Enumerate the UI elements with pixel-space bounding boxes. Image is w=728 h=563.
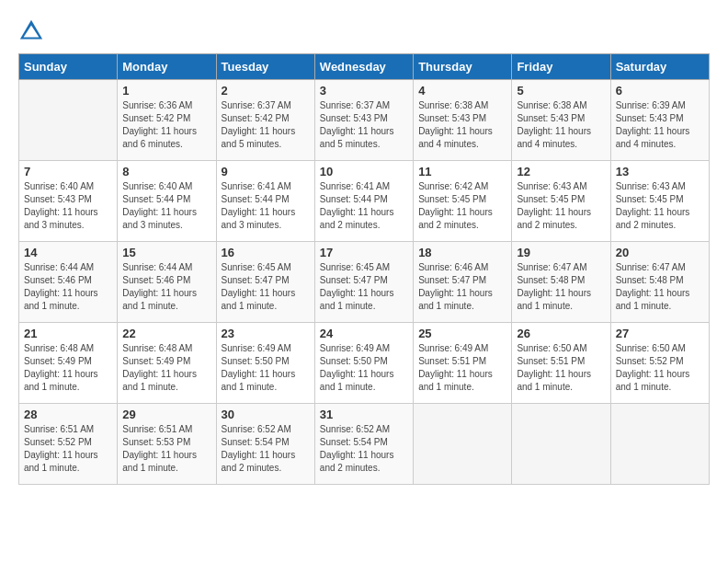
day-info: Sunrise: 6:40 AMSunset: 5:44 PMDaylight:…: [122, 180, 210, 232]
day-header-saturday: Saturday: [610, 54, 709, 80]
day-number: 30: [222, 408, 310, 421]
calendar-cell: 30Sunrise: 6:52 AMSunset: 5:54 PMDayligh…: [216, 404, 314, 485]
day-number: 16: [222, 246, 310, 259]
calendar-cell: 11Sunrise: 6:42 AMSunset: 5:45 PMDayligh…: [414, 161, 512, 242]
day-number: 15: [122, 246, 210, 259]
day-info: Sunrise: 6:47 AMSunset: 5:48 PMDaylight:…: [517, 261, 605, 313]
day-info: Sunrise: 6:49 AMSunset: 5:51 PMDaylight:…: [418, 342, 506, 394]
day-info: Sunrise: 6:44 AMSunset: 5:46 PMDaylight:…: [122, 261, 210, 313]
day-info: Sunrise: 6:45 AMSunset: 5:47 PMDaylight:…: [320, 261, 408, 313]
day-info: Sunrise: 6:51 AMSunset: 5:53 PMDaylight:…: [122, 423, 210, 475]
day-number: 19: [517, 246, 605, 259]
day-number: 6: [616, 84, 704, 98]
day-info: Sunrise: 6:46 AMSunset: 5:47 PMDaylight:…: [418, 261, 506, 313]
day-info: Sunrise: 6:47 AMSunset: 5:48 PMDaylight:…: [616, 261, 704, 313]
day-number: 20: [616, 246, 704, 259]
day-info: Sunrise: 6:38 AMSunset: 5:43 PMDaylight:…: [418, 99, 506, 151]
day-info: Sunrise: 6:50 AMSunset: 5:52 PMDaylight:…: [616, 342, 704, 394]
calendar-cell: 4Sunrise: 6:38 AMSunset: 5:43 PMDaylight…: [414, 80, 512, 161]
calendar-cell: 24Sunrise: 6:49 AMSunset: 5:50 PMDayligh…: [314, 323, 413, 404]
day-number: 14: [24, 246, 112, 259]
calendar-cell: 28Sunrise: 6:51 AMSunset: 5:52 PMDayligh…: [19, 404, 118, 485]
day-number: 12: [517, 165, 605, 178]
day-number: 18: [418, 246, 506, 259]
day-info: Sunrise: 6:44 AMSunset: 5:46 PMDaylight:…: [24, 261, 112, 313]
calendar-cell: 21Sunrise: 6:48 AMSunset: 5:49 PMDayligh…: [19, 323, 118, 404]
logo: [18, 18, 48, 44]
day-header-monday: Monday: [118, 54, 216, 80]
day-number: 28: [24, 408, 112, 421]
day-number: 26: [517, 327, 605, 340]
page-header: [18, 18, 710, 44]
day-info: Sunrise: 6:38 AMSunset: 5:43 PMDaylight:…: [517, 99, 605, 151]
calendar-cell: 1Sunrise: 6:36 AMSunset: 5:42 PMDaylight…: [118, 80, 216, 161]
day-header-wednesday: Wednesday: [314, 54, 413, 80]
day-number: 21: [24, 327, 112, 340]
day-header-friday: Friday: [512, 54, 610, 80]
day-header-thursday: Thursday: [414, 54, 512, 80]
day-number: 3: [320, 84, 408, 98]
day-number: 1: [122, 84, 210, 98]
calendar-cell: 27Sunrise: 6:50 AMSunset: 5:52 PMDayligh…: [610, 323, 709, 404]
calendar-cell: 5Sunrise: 6:38 AMSunset: 5:43 PMDaylight…: [512, 80, 610, 161]
day-header-sunday: Sunday: [19, 54, 118, 80]
day-number: 2: [222, 84, 310, 98]
day-header-tuesday: Tuesday: [216, 54, 314, 80]
calendar-cell: 3Sunrise: 6:37 AMSunset: 5:43 PMDaylight…: [314, 80, 413, 161]
day-number: 17: [320, 246, 408, 259]
day-number: 11: [418, 165, 506, 178]
calendar-cell: 7Sunrise: 6:40 AMSunset: 5:43 PMDaylight…: [19, 161, 118, 242]
day-number: 29: [122, 408, 210, 421]
day-number: 25: [418, 327, 506, 340]
day-number: 13: [616, 165, 704, 178]
day-info: Sunrise: 6:37 AMSunset: 5:43 PMDaylight:…: [320, 99, 408, 151]
day-info: Sunrise: 6:48 AMSunset: 5:49 PMDaylight:…: [24, 342, 112, 394]
calendar-cell: 19Sunrise: 6:47 AMSunset: 5:48 PMDayligh…: [512, 242, 610, 323]
day-number: 27: [616, 327, 704, 340]
day-info: Sunrise: 6:52 AMSunset: 5:54 PMDaylight:…: [320, 423, 408, 475]
day-info: Sunrise: 6:51 AMSunset: 5:52 PMDaylight:…: [24, 423, 112, 475]
day-number: 5: [517, 84, 605, 98]
day-number: 24: [320, 327, 408, 340]
calendar-cell: 26Sunrise: 6:50 AMSunset: 5:51 PMDayligh…: [512, 323, 610, 404]
day-info: Sunrise: 6:52 AMSunset: 5:54 PMDaylight:…: [222, 423, 310, 475]
calendar-cell: [512, 404, 610, 485]
day-number: 7: [24, 165, 112, 178]
calendar-cell: 10Sunrise: 6:41 AMSunset: 5:44 PMDayligh…: [314, 161, 413, 242]
calendar-cell: 23Sunrise: 6:49 AMSunset: 5:50 PMDayligh…: [216, 323, 314, 404]
day-number: 10: [320, 165, 408, 178]
day-info: Sunrise: 6:37 AMSunset: 5:42 PMDaylight:…: [222, 99, 310, 151]
day-number: 22: [122, 327, 210, 340]
calendar-cell: 6Sunrise: 6:39 AMSunset: 5:43 PMDaylight…: [610, 80, 709, 161]
calendar-cell: 15Sunrise: 6:44 AMSunset: 5:46 PMDayligh…: [118, 242, 216, 323]
day-info: Sunrise: 6:36 AMSunset: 5:42 PMDaylight:…: [122, 99, 210, 151]
calendar-cell: [19, 80, 118, 161]
calendar-cell: 29Sunrise: 6:51 AMSunset: 5:53 PMDayligh…: [118, 404, 216, 485]
day-number: 4: [418, 84, 506, 98]
calendar-cell: 14Sunrise: 6:44 AMSunset: 5:46 PMDayligh…: [19, 242, 118, 323]
day-info: Sunrise: 6:43 AMSunset: 5:45 PMDaylight:…: [517, 180, 605, 232]
day-number: 31: [320, 408, 408, 421]
calendar-cell: 9Sunrise: 6:41 AMSunset: 5:44 PMDaylight…: [216, 161, 314, 242]
calendar-cell: 13Sunrise: 6:43 AMSunset: 5:45 PMDayligh…: [610, 161, 709, 242]
calendar-cell: 31Sunrise: 6:52 AMSunset: 5:54 PMDayligh…: [314, 404, 413, 485]
day-info: Sunrise: 6:45 AMSunset: 5:47 PMDaylight:…: [222, 261, 310, 313]
day-info: Sunrise: 6:50 AMSunset: 5:51 PMDaylight:…: [517, 342, 605, 394]
calendar-cell: 22Sunrise: 6:48 AMSunset: 5:49 PMDayligh…: [118, 323, 216, 404]
calendar-cell: 18Sunrise: 6:46 AMSunset: 5:47 PMDayligh…: [414, 242, 512, 323]
day-info: Sunrise: 6:42 AMSunset: 5:45 PMDaylight:…: [418, 180, 506, 232]
day-info: Sunrise: 6:43 AMSunset: 5:45 PMDaylight:…: [616, 180, 704, 232]
calendar-cell: [414, 404, 512, 485]
day-number: 8: [122, 165, 210, 178]
calendar-cell: 25Sunrise: 6:49 AMSunset: 5:51 PMDayligh…: [414, 323, 512, 404]
calendar-cell: 20Sunrise: 6:47 AMSunset: 5:48 PMDayligh…: [610, 242, 709, 323]
day-info: Sunrise: 6:40 AMSunset: 5:43 PMDaylight:…: [24, 180, 112, 232]
calendar-cell: 12Sunrise: 6:43 AMSunset: 5:45 PMDayligh…: [512, 161, 610, 242]
day-number: 23: [222, 327, 310, 340]
calendar-cell: 2Sunrise: 6:37 AMSunset: 5:42 PMDaylight…: [216, 80, 314, 161]
calendar-cell: 8Sunrise: 6:40 AMSunset: 5:44 PMDaylight…: [118, 161, 216, 242]
day-info: Sunrise: 6:49 AMSunset: 5:50 PMDaylight:…: [222, 342, 310, 394]
calendar-cell: [610, 404, 709, 485]
day-number: 9: [222, 165, 310, 178]
day-info: Sunrise: 6:48 AMSunset: 5:49 PMDaylight:…: [122, 342, 210, 394]
